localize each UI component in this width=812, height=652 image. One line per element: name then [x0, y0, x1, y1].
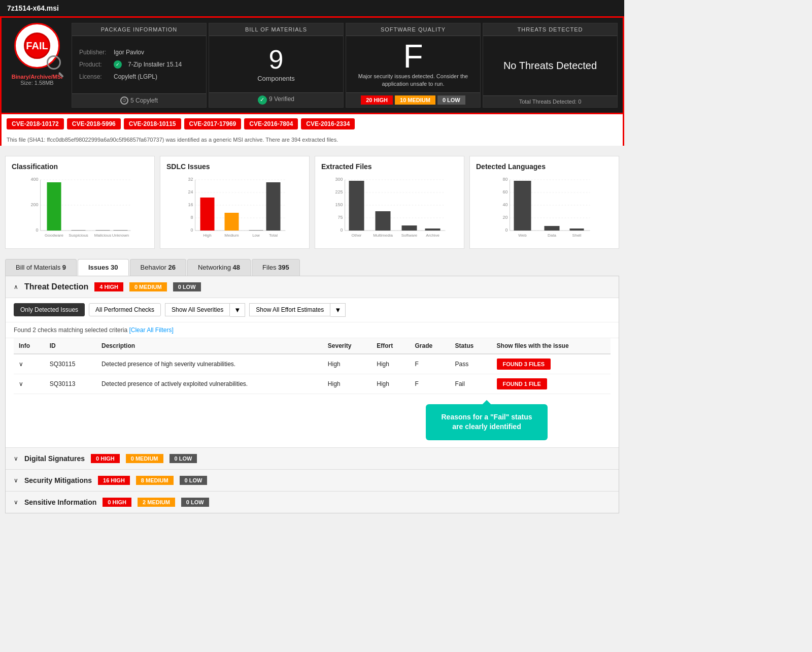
- row1-status: Pass: [450, 354, 492, 374]
- cve-tag-5[interactable]: CVE-2016-2334: [301, 118, 355, 129]
- chart-languages-svg: 80 60 40 20 0 Web Data Shell: [476, 175, 613, 241]
- svg-rect-29: [225, 213, 239, 231]
- security-high: 16 HIGH: [98, 476, 130, 485]
- issues-table: Info ID Description Severity Effort Grad…: [14, 338, 611, 394]
- chart-extracted: Extracted Files 300 225 150 75 0 Other M…: [315, 156, 464, 249]
- chart-sdlc-title: SDLC Issues: [166, 162, 303, 171]
- svg-text:60: 60: [502, 189, 507, 194]
- tab-issues[interactable]: Issues 30: [78, 259, 129, 276]
- row1-grade: F: [410, 354, 450, 374]
- found-3-files-btn[interactable]: FOUND 3 FILES: [497, 358, 551, 370]
- svg-text:225: 225: [335, 189, 343, 194]
- svg-text:75: 75: [337, 215, 343, 220]
- components-count: 9: [269, 46, 284, 73]
- show-severities-arrow[interactable]: ▼: [230, 303, 245, 317]
- svg-text:400: 400: [30, 177, 38, 182]
- all-performed-btn[interactable]: All Performed Checks: [89, 303, 161, 316]
- fail-icon: FAIL: [14, 23, 60, 69]
- no-threats-text: No Threats Detected: [503, 60, 597, 72]
- security-mitigations-header[interactable]: ∨ Security Mitigations 16 HIGH 8 MEDIUM …: [6, 470, 619, 491]
- svg-rect-48: [349, 181, 364, 231]
- cve-tag-4[interactable]: CVE-2016-7804: [244, 118, 298, 129]
- chart-sdlc: SDLC Issues 32 24 16 8 0 High Medium Low: [160, 156, 310, 249]
- svg-text:Shell: Shell: [572, 233, 582, 238]
- digital-signatures-header[interactable]: ∨ Digital Signatures 0 HIGH 0 MEDIUM 0 L…: [6, 448, 619, 469]
- found-1-file-btn[interactable]: FOUND 1 FILE: [497, 378, 547, 389]
- threat-detection-header: ∧ Threat Detection 4 HIGH 0 MEDIUM 0 LOW: [6, 276, 619, 298]
- info-panels: PACKAGE INFORMATION Publisher:Igor Pavlo…: [72, 23, 618, 108]
- tabs-row: Bill of Materials 9 Issues 30 Behavior 2…: [0, 259, 624, 276]
- col-status: Status: [450, 338, 492, 354]
- threat-medium-badge: 0 MEDIUM: [129, 282, 167, 291]
- row1-id: SQ30115: [45, 354, 96, 374]
- svg-text:40: 40: [502, 202, 507, 207]
- svg-text:0: 0: [36, 227, 38, 233]
- chart-sdlc-svg: 32 24 16 8 0 High Medium Low Total: [166, 175, 303, 241]
- panel-package: PACKAGE INFORMATION Publisher:Igor Pavlo…: [72, 23, 207, 108]
- panel-package-footer: © 5 Copyleft: [72, 93, 206, 107]
- svg-text:Web: Web: [518, 233, 527, 238]
- panel-package-header: PACKAGE INFORMATION: [72, 23, 206, 36]
- row2-id: SQ30113: [45, 374, 96, 394]
- cve-tag-0[interactable]: CVE-2018-10172: [7, 118, 64, 129]
- pkg-size: Size: 1.58MB: [20, 80, 53, 86]
- cve-tag-1[interactable]: CVE-2018-5996: [67, 118, 121, 129]
- show-efforts-select: Show All Effort Estimates ▼: [249, 303, 346, 317]
- chart-languages: Detected Languages 80 60 40 20 0 Web Dat…: [469, 156, 619, 249]
- row1-info[interactable]: ∨: [14, 354, 45, 374]
- svg-text:32: 32: [188, 177, 193, 182]
- svg-text:24: 24: [188, 189, 193, 194]
- svg-text:8: 8: [190, 215, 193, 220]
- clear-filters-link[interactable]: [Clear All Filters]: [129, 327, 173, 334]
- svg-text:Medium: Medium: [224, 233, 239, 238]
- row2-effort: High: [371, 374, 410, 394]
- col-severity: Severity: [323, 338, 371, 354]
- svg-rect-30: [249, 230, 263, 231]
- table-row: ∨ SQ30113 Detected presence of actively …: [14, 374, 611, 394]
- tab-files[interactable]: Files 395: [252, 259, 300, 276]
- tab-networking[interactable]: Networking 48: [187, 259, 251, 276]
- panel-threats-body: No Threats Detected: [483, 36, 617, 95]
- svg-text:Other: Other: [351, 233, 361, 238]
- svg-text:High: High: [203, 233, 211, 238]
- chart-extracted-svg: 300 225 150 75 0 Other Multimedia Softwa…: [321, 175, 458, 241]
- quality-high: 20 HIGH: [361, 95, 393, 105]
- cve-tag-2[interactable]: CVE-2018-10115: [124, 118, 181, 129]
- svg-text:Low: Low: [252, 233, 260, 238]
- only-detected-btn[interactable]: Only Detected Issues: [14, 303, 85, 316]
- sensitive-info-section: ∨ Sensitive Information 0 HIGH 2 MEDIUM …: [6, 491, 619, 513]
- col-grade: Grade: [410, 338, 450, 354]
- svg-rect-11: [114, 230, 128, 231]
- row2-info[interactable]: ∨: [14, 374, 45, 394]
- svg-rect-49: [376, 211, 391, 231]
- chart-extracted-title: Extracted Files: [321, 162, 458, 171]
- show-efforts-main[interactable]: Show All Effort Estimates: [249, 303, 330, 316]
- digital-medium: 0 MEDIUM: [126, 454, 163, 463]
- svg-text:300: 300: [335, 177, 343, 182]
- pkg-type: Binary/Archive/MSI: [12, 74, 62, 80]
- tab-behavior[interactable]: Behavior 26: [130, 259, 186, 276]
- cve-tag-3[interactable]: CVE-2017-17969: [184, 118, 242, 129]
- svg-text:20: 20: [502, 215, 507, 220]
- tooltip-area: Reasons for a "Fail" status are clearly …: [6, 399, 619, 447]
- svg-text:Archive: Archive: [426, 233, 439, 238]
- show-severities-main[interactable]: Show All Severities: [165, 303, 230, 316]
- svg-rect-31: [266, 182, 281, 231]
- sensitive-info-header[interactable]: ∨ Sensitive Information 0 HIGH 2 MEDIUM …: [6, 492, 619, 513]
- svg-text:Data: Data: [548, 233, 556, 238]
- show-efforts-arrow[interactable]: ▼: [330, 303, 346, 317]
- cve-row: CVE-2018-10172 CVE-2018-5996 CVE-2018-10…: [0, 114, 624, 134]
- quality-low: 0 LOW: [437, 95, 465, 105]
- table-row: ∨ SQ30115 Detected presence of high seve…: [14, 354, 611, 374]
- row2-status: Fail: [450, 374, 492, 394]
- chevron-threat[interactable]: ∧: [14, 283, 18, 290]
- show-severities-select: Show All Severities ▼: [165, 303, 245, 317]
- digital-low: 0 LOW: [170, 454, 197, 463]
- svg-text:0: 0: [190, 227, 193, 233]
- tab-bom[interactable]: Bill of Materials 9: [5, 259, 77, 276]
- svg-text:Total: Total: [269, 233, 278, 238]
- row1-desc: Detected presence of high severity vulne…: [96, 354, 323, 374]
- panel-bom-footer: ✓ 9 Verified: [209, 92, 343, 107]
- row2-files: FOUND 1 FILE: [492, 374, 611, 394]
- panel-bom-body: 9 Components: [209, 36, 343, 92]
